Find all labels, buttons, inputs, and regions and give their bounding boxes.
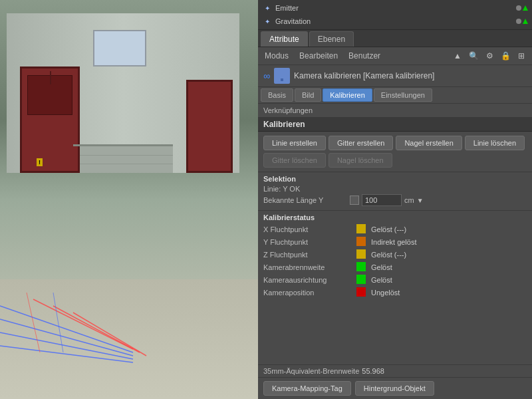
toolbar-benutzer[interactable]: Benutzer — [346, 50, 383, 62]
expand-icon[interactable]: ⊞ — [515, 49, 528, 63]
brennweite-value: 55.968 — [362, 367, 384, 375]
svg-rect-10 — [281, 78, 283, 81]
dot-green-1 — [523, 5, 528, 11]
unit-dropdown[interactable]: ▼ — [417, 197, 424, 204]
emitter-label: Emitter — [275, 4, 299, 12]
step-line-2 — [80, 164, 173, 164]
laenge-checkbox[interactable] — [350, 196, 359, 205]
kamerabrennweite-dot-color — [356, 262, 366, 271]
ground — [0, 279, 258, 399]
viewport[interactable]: ! — [0, 0, 258, 399]
gravitation-icon: ✦ — [262, 16, 273, 27]
linie-erstellen-button[interactable]: Linie erstellen — [263, 136, 326, 150]
door-right — [186, 80, 233, 173]
dot-green-2 — [523, 19, 528, 24]
list-item-gravitation[interactable]: ✦ Gravitation — [258, 15, 532, 28]
gitter-loeschen-button[interactable]: Gitter löschen — [263, 153, 326, 168]
search-icon[interactable]: 🔍 — [467, 49, 480, 63]
selektion-section: Selektion Linie: Y OK Bekannte Länge Y c… — [258, 172, 532, 211]
object-title: Kamera kalibrieren [Kamera kalibrieren] — [294, 71, 434, 80]
tab-ebenen[interactable]: Ebenen — [309, 31, 354, 47]
verknuepfungen-row: Verknüpfungen — [258, 104, 532, 118]
infinity-icon: ∞ — [263, 70, 270, 81]
x-fluchtpunkt-dot-color — [356, 224, 366, 233]
warning-marker: ! — [37, 158, 43, 166]
dot-gray-2 — [516, 19, 521, 24]
status-row-kameraausrichtung: Kameraausrichtung Gelöst — [263, 275, 527, 285]
verknuepfungen-button[interactable]: Verknüpfungen — [263, 106, 313, 114]
selektion-title: Selektion — [263, 175, 527, 183]
status-row-kamerabrennweite: Kamerabrennweite Gelöst — [263, 262, 527, 273]
nagel-loeschen-button[interactable]: Nagel löschen — [329, 153, 392, 168]
brennweite-label: 35mm-Äquivalent-Brennweite — [263, 367, 359, 375]
gitter-erstellen-button[interactable]: Gitter erstellen — [329, 136, 394, 150]
right-panel: ✦ Emitter ✦ Gravitation Attribute Ebenen — [258, 0, 532, 399]
kalibrieren-buttons: Linie erstellen Gitter erstellen Nagel e… — [258, 132, 532, 172]
nagel-erstellen-button[interactable]: Nagel erstellen — [396, 136, 462, 150]
settings-icon[interactable]: ⚙ — [483, 49, 496, 63]
kameraposition-text: Ungelöst — [371, 289, 400, 297]
dot-gray-1 — [516, 5, 521, 11]
kamerabrennweite-label: Kamerabrennweite — [263, 263, 356, 271]
x-fluchtpunkt-text: Gelöst (---) — [371, 225, 406, 233]
sub-tabs: Basis Bild Kalibrieren Einstellungen — [258, 87, 532, 104]
kalibrieren-section-header: Kalibrieren — [258, 118, 532, 132]
laenge-input-group: cm ▼ — [350, 194, 424, 206]
z-fluchtpunkt-dot — [356, 249, 367, 260]
sub-tab-kalibrieren[interactable]: Kalibrieren — [323, 88, 372, 102]
kameraposition-label: Kameraposition — [263, 289, 356, 297]
main-tabs: Attribute Ebenen — [258, 30, 532, 47]
toolbar-modus[interactable]: Modus — [262, 50, 291, 62]
laenge-number-input[interactable] — [362, 194, 402, 206]
hintergrund-objekt-button[interactable]: Hintergrund-Objekt — [355, 381, 434, 396]
door-left — [20, 66, 80, 173]
svg-rect-9 — [277, 70, 287, 78]
z-fluchtpunkt-text: Gelöst (---) — [371, 251, 406, 259]
step-line — [80, 155, 173, 156]
status-row-y-fluchtpunkt: Y Fluchtpunkt Indirekt gelöst — [263, 237, 527, 247]
kamerabrennweite-text: Gelöst — [371, 263, 392, 271]
sub-tab-bild[interactable]: Bild — [295, 88, 321, 102]
z-fluchtpunkt-label: Z Fluchtpunkt — [263, 251, 356, 259]
toolbar-icons: ▲ 🔍 ⚙ 🔒 ⊞ — [451, 49, 528, 63]
kameraausrichtung-dot — [356, 275, 367, 285]
footer-buttons: Kamera-Mapping-Tag Hintergrund-Objekt — [258, 377, 532, 399]
sub-tab-basis[interactable]: Basis — [261, 88, 293, 102]
x-fluchtpunkt-dot — [356, 224, 367, 235]
gravitation-status — [516, 19, 528, 24]
kameraausrichtung-text: Gelöst — [371, 276, 392, 284]
z-fluchtpunkt-dot-color — [356, 249, 366, 259]
selektion-linie-label: Linie: Y OK — [263, 185, 350, 193]
kameraausrichtung-label: Kameraausrichtung — [263, 276, 356, 284]
tab-attribute[interactable]: Attribute — [261, 31, 308, 47]
building — [7, 13, 239, 173]
kalibrierstatus-section: Kalibrierstatus X Fluchtpunkt Gelöst (--… — [258, 211, 532, 364]
list-item-emitter[interactable]: ✦ Emitter — [258, 1, 532, 15]
sub-tab-einstellungen[interactable]: Einstellungen — [374, 88, 432, 102]
nav-icon[interactable]: ▲ — [451, 49, 464, 63]
object-header: ∞ Kamera kalibrieren [Kamera kalibrieren… — [258, 65, 532, 87]
selektion-linie-row: Linie: Y OK — [263, 185, 527, 193]
emitter-status — [516, 5, 528, 11]
steps — [80, 146, 173, 173]
gravitation-label: Gravitation — [275, 17, 311, 25]
lock-icon[interactable]: 🔒 — [499, 49, 512, 63]
x-fluchtpunkt-label: X Fluchtpunkt — [263, 225, 356, 233]
toolbar-bearbeiten[interactable]: Bearbeiten — [297, 50, 340, 62]
window-center — [93, 30, 146, 66]
status-row-z-fluchtpunkt: Z Fluchtpunkt Gelöst (---) — [263, 249, 527, 260]
kamera-mapping-tag-button[interactable]: Kamera-Mapping-Tag — [263, 381, 351, 396]
toolbar: Modus Bearbeiten Benutzer ▲ 🔍 ⚙ 🔒 ⊞ — [258, 47, 532, 65]
object-thumbnail — [274, 68, 290, 84]
laenge-unit: cm — [404, 196, 414, 204]
kameraposition-dot — [356, 287, 367, 298]
kamerabrennweite-dot — [356, 262, 367, 273]
kalibrierstatus-title: Kalibrierstatus — [263, 213, 527, 221]
door-handle — [50, 71, 51, 84]
y-fluchtpunkt-dot-color — [356, 237, 366, 246]
status-row-x-fluchtpunkt: X Fluchtpunkt Gelöst (---) — [263, 224, 527, 235]
linie-loeschen-button[interactable]: Linie löschen — [465, 136, 525, 150]
status-row-kameraposition: Kameraposition Ungelöst — [263, 287, 527, 298]
selektion-laenge-row: Bekannte Länge Y cm ▼ — [263, 194, 527, 206]
bekannte-laenge-label: Bekannte Länge Y — [263, 196, 350, 204]
